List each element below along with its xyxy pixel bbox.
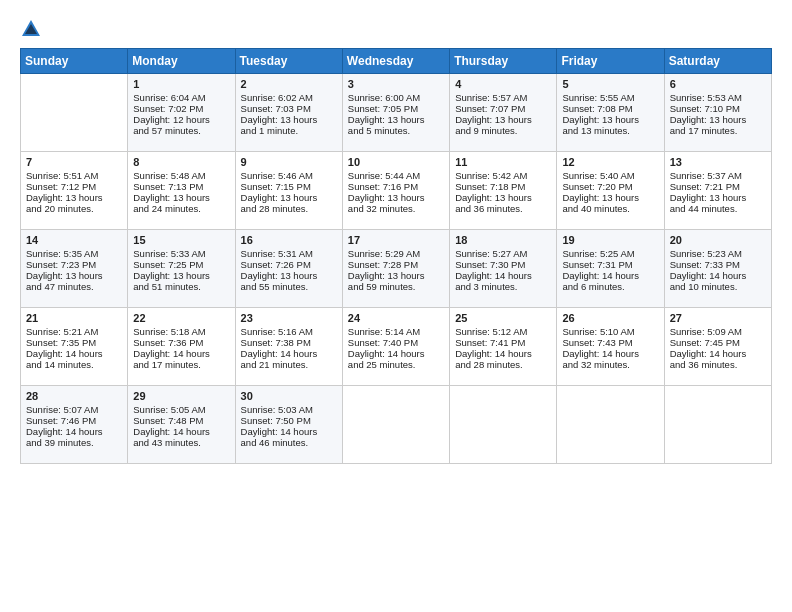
day-number: 18	[455, 234, 551, 246]
day-info: Sunrise: 5:46 AM	[241, 170, 337, 181]
col-header-monday: Monday	[128, 49, 235, 74]
day-number: 29	[133, 390, 229, 402]
day-info: Sunrise: 5:48 AM	[133, 170, 229, 181]
day-info: Sunrise: 5:35 AM	[26, 248, 122, 259]
day-info: Sunset: 7:26 PM	[241, 259, 337, 270]
day-cell: 15Sunrise: 5:33 AMSunset: 7:25 PMDayligh…	[128, 230, 235, 308]
col-header-tuesday: Tuesday	[235, 49, 342, 74]
day-info: Sunrise: 6:00 AM	[348, 92, 444, 103]
day-cell: 17Sunrise: 5:29 AMSunset: 7:28 PMDayligh…	[342, 230, 449, 308]
day-info: Daylight: 14 hours	[562, 348, 658, 359]
day-number: 23	[241, 312, 337, 324]
day-info: and 6 minutes.	[562, 281, 658, 292]
day-info: Sunset: 7:13 PM	[133, 181, 229, 192]
day-info: Sunset: 7:41 PM	[455, 337, 551, 348]
week-row-5: 28Sunrise: 5:07 AMSunset: 7:46 PMDayligh…	[21, 386, 772, 464]
day-info: Daylight: 13 hours	[241, 192, 337, 203]
day-info: Sunrise: 5:33 AM	[133, 248, 229, 259]
day-info: Sunrise: 6:04 AM	[133, 92, 229, 103]
day-number: 27	[670, 312, 766, 324]
day-info: Daylight: 13 hours	[348, 114, 444, 125]
day-info: Sunset: 7:16 PM	[348, 181, 444, 192]
day-info: Sunset: 7:02 PM	[133, 103, 229, 114]
day-cell	[21, 74, 128, 152]
day-info: Sunset: 7:20 PM	[562, 181, 658, 192]
day-info: Sunset: 7:36 PM	[133, 337, 229, 348]
day-cell: 4Sunrise: 5:57 AMSunset: 7:07 PMDaylight…	[450, 74, 557, 152]
day-cell	[450, 386, 557, 464]
day-info: Sunset: 7:08 PM	[562, 103, 658, 114]
day-number: 24	[348, 312, 444, 324]
day-info: Sunrise: 5:40 AM	[562, 170, 658, 181]
day-number: 8	[133, 156, 229, 168]
day-info: Daylight: 14 hours	[133, 348, 229, 359]
header-row: SundayMondayTuesdayWednesdayThursdayFrid…	[21, 49, 772, 74]
day-info: and 24 minutes.	[133, 203, 229, 214]
day-info: and 36 minutes.	[455, 203, 551, 214]
day-cell: 18Sunrise: 5:27 AMSunset: 7:30 PMDayligh…	[450, 230, 557, 308]
day-number: 11	[455, 156, 551, 168]
week-row-2: 7Sunrise: 5:51 AMSunset: 7:12 PMDaylight…	[21, 152, 772, 230]
day-info: Sunrise: 5:18 AM	[133, 326, 229, 337]
day-info: and 5 minutes.	[348, 125, 444, 136]
day-info: and 44 minutes.	[670, 203, 766, 214]
day-info: Daylight: 14 hours	[562, 270, 658, 281]
day-info: Sunrise: 5:07 AM	[26, 404, 122, 415]
day-info: Sunset: 7:23 PM	[26, 259, 122, 270]
day-info: and 17 minutes.	[670, 125, 766, 136]
day-info: and 13 minutes.	[562, 125, 658, 136]
day-info: Daylight: 13 hours	[562, 192, 658, 203]
col-header-sunday: Sunday	[21, 49, 128, 74]
day-info: Daylight: 14 hours	[670, 270, 766, 281]
day-info: and 47 minutes.	[26, 281, 122, 292]
day-info: Daylight: 13 hours	[26, 192, 122, 203]
day-cell: 1Sunrise: 6:04 AMSunset: 7:02 PMDaylight…	[128, 74, 235, 152]
day-info: Daylight: 14 hours	[241, 426, 337, 437]
day-number: 17	[348, 234, 444, 246]
day-info: Sunset: 7:03 PM	[241, 103, 337, 114]
day-number: 9	[241, 156, 337, 168]
day-info: Daylight: 14 hours	[348, 348, 444, 359]
logo-icon	[20, 18, 42, 40]
day-cell	[557, 386, 664, 464]
day-cell: 29Sunrise: 5:05 AMSunset: 7:48 PMDayligh…	[128, 386, 235, 464]
header	[20, 18, 772, 40]
day-info: Sunrise: 5:44 AM	[348, 170, 444, 181]
day-cell: 21Sunrise: 5:21 AMSunset: 7:35 PMDayligh…	[21, 308, 128, 386]
day-info: Daylight: 14 hours	[241, 348, 337, 359]
day-number: 19	[562, 234, 658, 246]
day-number: 30	[241, 390, 337, 402]
day-number: 12	[562, 156, 658, 168]
day-info: Sunrise: 5:51 AM	[26, 170, 122, 181]
day-info: Daylight: 13 hours	[133, 270, 229, 281]
day-info: Sunrise: 5:16 AM	[241, 326, 337, 337]
day-number: 16	[241, 234, 337, 246]
day-info: and 28 minutes.	[241, 203, 337, 214]
day-cell: 26Sunrise: 5:10 AMSunset: 7:43 PMDayligh…	[557, 308, 664, 386]
day-cell: 12Sunrise: 5:40 AMSunset: 7:20 PMDayligh…	[557, 152, 664, 230]
day-info: Sunset: 7:21 PM	[670, 181, 766, 192]
day-info: Sunset: 7:31 PM	[562, 259, 658, 270]
col-header-friday: Friday	[557, 49, 664, 74]
day-cell: 2Sunrise: 6:02 AMSunset: 7:03 PMDaylight…	[235, 74, 342, 152]
day-cell	[342, 386, 449, 464]
day-info: Sunset: 7:35 PM	[26, 337, 122, 348]
day-info: Sunset: 7:46 PM	[26, 415, 122, 426]
day-info: Daylight: 14 hours	[455, 348, 551, 359]
day-info: and 10 minutes.	[670, 281, 766, 292]
col-header-wednesday: Wednesday	[342, 49, 449, 74]
day-info: Sunrise: 5:12 AM	[455, 326, 551, 337]
day-info: Sunset: 7:05 PM	[348, 103, 444, 114]
day-info: Sunrise: 5:53 AM	[670, 92, 766, 103]
day-info: Sunset: 7:30 PM	[455, 259, 551, 270]
day-cell: 5Sunrise: 5:55 AMSunset: 7:08 PMDaylight…	[557, 74, 664, 152]
day-info: Daylight: 13 hours	[670, 114, 766, 125]
day-info: Daylight: 13 hours	[455, 114, 551, 125]
day-info: Sunset: 7:48 PM	[133, 415, 229, 426]
day-info: Sunrise: 5:31 AM	[241, 248, 337, 259]
day-info: Sunrise: 5:23 AM	[670, 248, 766, 259]
day-info: Sunrise: 5:14 AM	[348, 326, 444, 337]
day-info: Sunset: 7:28 PM	[348, 259, 444, 270]
day-info: and 1 minute.	[241, 125, 337, 136]
day-number: 5	[562, 78, 658, 90]
